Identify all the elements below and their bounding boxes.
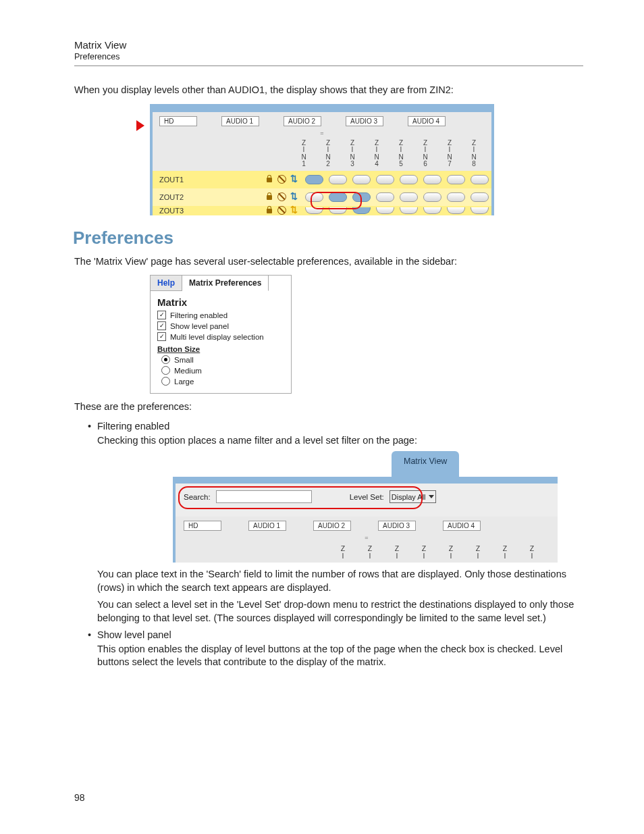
page-number: 98 — [74, 792, 85, 803]
column-header-zin: ZIN8 — [462, 140, 486, 168]
lock-icon[interactable] — [265, 192, 273, 201]
lock-icon[interactable] — [265, 175, 273, 183]
column-header-zin: ZIN2 — [316, 140, 340, 168]
button-size-heading: Button Size — [157, 345, 284, 353]
figure-matrix-zin2: HD AUDIO 1 AUDIO 2 AUDIO 3 AUDIO 4 = ZIN… — [150, 104, 494, 215]
panel-grip[interactable]: = — [173, 533, 558, 542]
levelset-value: Display All — [392, 493, 426, 501]
lock-icon[interactable] — [265, 206, 273, 214]
bullet-icon: • — [88, 629, 97, 640]
row-label: ZOUT1 — [153, 176, 247, 184]
checkbox[interactable] — [157, 311, 166, 319]
column-header-z: ZI — [410, 545, 437, 560]
checkbox[interactable] — [157, 332, 166, 341]
crosspoint-button[interactable] — [400, 207, 418, 214]
no-entry-icon[interactable] — [277, 206, 286, 215]
radio-label: Medium — [174, 367, 202, 375]
column-header-zin: ZIN5 — [389, 140, 413, 168]
crosspoint-button[interactable] — [376, 192, 394, 202]
search-label: Search: — [184, 493, 211, 501]
column-header-z: ZI — [329, 545, 356, 560]
radio-label: Large — [174, 377, 194, 386]
radio[interactable] — [161, 355, 170, 364]
radio[interactable] — [161, 366, 170, 375]
figure-filter-panel: Matrix View Search: Level Set: Display A… — [173, 451, 558, 563]
crosspoint-button[interactable] — [329, 207, 347, 214]
column-header-z: ZI — [383, 545, 410, 560]
crosspoint-button[interactable] — [329, 192, 347, 202]
red-pointer-icon — [136, 120, 144, 131]
checkbox[interactable] — [157, 321, 166, 330]
intro-paragraph: When you display levels other than AUDIO… — [74, 84, 583, 97]
crosspoint-button[interactable] — [447, 207, 465, 214]
level-button[interactable]: AUDIO 3 — [346, 116, 383, 126]
levelset-label: Level Set: — [350, 493, 384, 501]
column-header-z: ZI — [356, 545, 383, 560]
level-button[interactable]: AUDIO 2 — [313, 521, 351, 531]
table-row: ZOUT1⇅ — [150, 171, 494, 188]
section-heading-preferences: Preferences — [73, 228, 583, 249]
crosspoint-button[interactable] — [423, 207, 441, 214]
crosspoint-button[interactable] — [447, 192, 465, 202]
column-header-z: ZI — [437, 545, 464, 560]
radio-label: Small — [174, 356, 194, 364]
level-buttons-row: HD AUDIO 1 AUDIO 2 AUDIO 3 AUDIO 4 — [150, 112, 494, 130]
crosspoint-button[interactable] — [400, 175, 418, 184]
bullet-show-level-panel: Show level panel — [97, 629, 583, 640]
crosspoint-button[interactable] — [305, 207, 323, 214]
column-header-z: ZI — [491, 545, 518, 560]
crosspoint-button[interactable] — [471, 175, 489, 184]
pref-intro: The 'Matrix View' page has several user-… — [74, 255, 583, 269]
para-levelset-desc: You can select a level set in the 'Level… — [97, 598, 583, 625]
row-label: ZOUT3 — [153, 207, 247, 215]
radio[interactable] — [161, 377, 170, 386]
no-entry-icon[interactable] — [277, 192, 286, 201]
swap-icon[interactable]: ⇅ — [290, 192, 298, 201]
crosspoint-button[interactable] — [376, 175, 394, 184]
crosspoint-button[interactable] — [305, 175, 323, 184]
tab-matrix-view[interactable]: Matrix View — [392, 451, 459, 482]
level-button[interactable]: HD — [159, 116, 197, 126]
prefs-heading: Matrix — [157, 296, 284, 308]
tab-matrix-preferences[interactable]: Matrix Preferences — [182, 276, 269, 291]
level-button[interactable]: AUDIO 1 — [221, 116, 259, 126]
bullet2-desc: This option enables the display of level… — [97, 643, 583, 669]
search-input[interactable] — [216, 490, 312, 503]
crosspoint-button[interactable] — [471, 192, 489, 202]
crosspoint-button[interactable] — [305, 192, 323, 202]
column-header-z: ZI — [518, 545, 545, 560]
crosspoint-button[interactable] — [352, 207, 371, 214]
crosspoint-button[interactable] — [423, 192, 441, 202]
crosspoint-button[interactable] — [352, 192, 371, 202]
panel-grip[interactable]: = — [150, 130, 494, 137]
level-button[interactable]: AUDIO 2 — [284, 116, 321, 126]
column-header-zin: ZIN7 — [437, 140, 462, 168]
level-button[interactable]: AUDIO 4 — [408, 116, 446, 126]
level-buttons-row: HD AUDIO 1 AUDIO 2 AUDIO 3 AUDIO 4 — [173, 517, 558, 533]
levelset-select[interactable]: Display All — [390, 490, 436, 503]
crosspoint-button[interactable] — [352, 175, 371, 184]
level-button[interactable]: AUDIO 3 — [378, 521, 416, 531]
crosspoint-button[interactable] — [447, 175, 465, 184]
crosspoint-button[interactable] — [471, 207, 489, 214]
no-entry-icon[interactable] — [277, 175, 286, 184]
page-header-title: Matrix View — [74, 39, 583, 51]
table-row: ZOUT3⇅ — [150, 206, 494, 215]
column-header-z: ZI — [464, 545, 491, 560]
checkbox-label: Filtering enabled — [170, 311, 227, 319]
header-rule — [74, 66, 583, 66]
swap-icon[interactable]: ⇅ — [290, 175, 298, 183]
crosspoint-button[interactable] — [376, 207, 394, 214]
level-button[interactable]: AUDIO 1 — [248, 521, 286, 531]
column-header-zin: ZIN1 — [292, 140, 316, 168]
crosspoint-button[interactable] — [329, 175, 347, 184]
tab-help[interactable]: Help — [151, 276, 182, 291]
level-button[interactable]: AUDIO 4 — [443, 521, 481, 531]
pref-lead: These are the preferences: — [74, 400, 583, 414]
level-button[interactable]: HD — [184, 521, 221, 531]
crosspoint-button[interactable] — [423, 175, 441, 184]
column-header-zin: ZIN3 — [340, 140, 365, 168]
swap-icon[interactable]: ⇅ — [290, 206, 298, 214]
checkbox-label: Multi level display selection — [170, 333, 264, 341]
crosspoint-button[interactable] — [400, 192, 418, 202]
